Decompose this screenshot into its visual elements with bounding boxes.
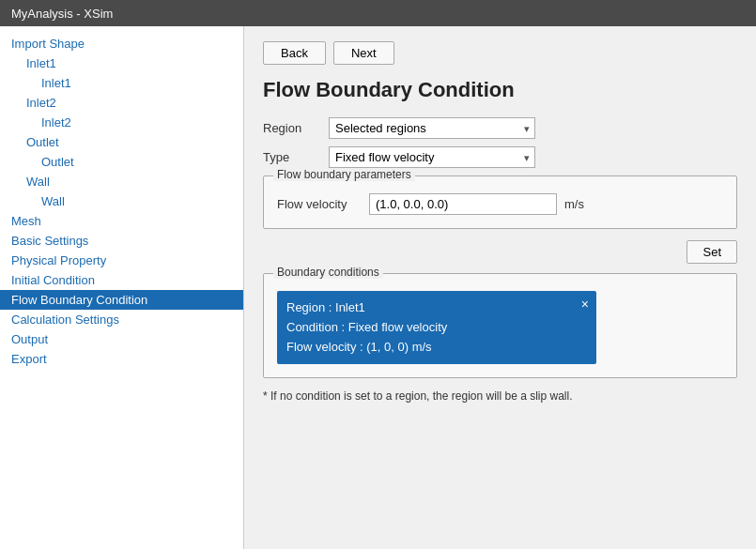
sidebar-item-mesh[interactable]: Mesh <box>0 211 243 231</box>
back-button[interactable]: Back <box>263 41 326 65</box>
sidebar-item-export[interactable]: Export <box>0 349 243 369</box>
flow-params-legend: Flow boundary parameters <box>273 168 415 181</box>
nav-buttons: Back Next <box>263 41 737 65</box>
sidebar-item-outlet-parent[interactable]: Outlet <box>0 132 243 152</box>
set-btn-row: Set <box>263 240 737 264</box>
sidebar-item-wall-parent[interactable]: Wall <box>0 172 243 191</box>
boundary-card-line2: Condition : Fixed flow velocity <box>286 318 587 338</box>
type-select[interactable]: Fixed flow velocity <box>329 146 535 168</box>
sidebar-item-import-shape[interactable]: Import Shape <box>0 34 243 53</box>
sidebar-item-inlet2-parent[interactable]: Inlet2 <box>0 93 243 113</box>
main-layout: Import ShapeInlet1Inlet1Inlet2Inlet2Outl… <box>0 26 756 549</box>
boundary-card-line1: Region : Inlet1 <box>286 298 587 318</box>
boundary-card-line3: Flow velocity : (1, 0, 0) m/s <box>286 338 587 358</box>
boundary-conditions-box: Boundary conditions × Region : Inlet1 Co… <box>263 273 737 378</box>
type-select-wrapper[interactable]: Fixed flow velocity <box>329 146 535 168</box>
sidebar-item-flow-boundary-condition[interactable]: Flow Boundary Condition <box>0 290 243 310</box>
type-label: Type <box>263 150 329 164</box>
sidebar-item-outlet-child[interactable]: Outlet <box>0 152 243 172</box>
boundary-card: × Region : Inlet1 Condition : Fixed flow… <box>277 291 596 364</box>
type-row: Type Fixed flow velocity <box>263 146 737 168</box>
sidebar-item-basic-settings[interactable]: Basic Settings <box>0 231 243 251</box>
boundary-conditions-legend: Boundary conditions <box>273 266 383 279</box>
region-row: Region Selected regions <box>263 117 737 139</box>
region-label: Region <box>263 121 329 135</box>
flow-velocity-label: Flow velocity <box>277 197 362 211</box>
sidebar-item-output[interactable]: Output <box>0 329 243 349</box>
titlebar: MyAnalysis - XSim <box>0 0 756 26</box>
sidebar-item-inlet1-parent[interactable]: Inlet1 <box>0 53 243 73</box>
flow-velocity-row: Flow velocity m/s <box>277 193 723 215</box>
region-select-wrapper[interactable]: Selected regions <box>329 117 535 139</box>
sidebar-item-physical-property[interactable]: Physical Property <box>0 251 243 270</box>
sidebar-item-inlet2-child[interactable]: Inlet2 <box>0 113 243 132</box>
set-button[interactable]: Set <box>687 240 737 264</box>
sidebar-item-inlet1-child[interactable]: Inlet1 <box>0 73 243 93</box>
flow-velocity-input[interactable] <box>369 193 557 215</box>
sidebar-item-calculation-settings[interactable]: Calculation Settings <box>0 310 243 329</box>
flow-params-box: Flow boundary parameters Flow velocity m… <box>263 175 737 229</box>
titlebar-text: MyAnalysis - XSim <box>11 7 113 21</box>
sidebar-item-initial-condition[interactable]: Initial Condition <box>0 270 243 290</box>
slip-wall-note: * If no condition is set to a region, th… <box>263 389 737 403</box>
sidebar: Import ShapeInlet1Inlet1Inlet2Inlet2Outl… <box>0 26 244 549</box>
next-button[interactable]: Next <box>333 41 394 65</box>
region-select[interactable]: Selected regions <box>329 117 535 139</box>
page-title: Flow Boundary Condition <box>263 78 737 102</box>
sidebar-item-wall-child[interactable]: Wall <box>0 191 243 211</box>
boundary-card-close-button[interactable]: × <box>581 297 589 312</box>
content-area: Back Next Flow Boundary Condition Region… <box>244 26 756 549</box>
flow-velocity-unit: m/s <box>564 197 584 211</box>
